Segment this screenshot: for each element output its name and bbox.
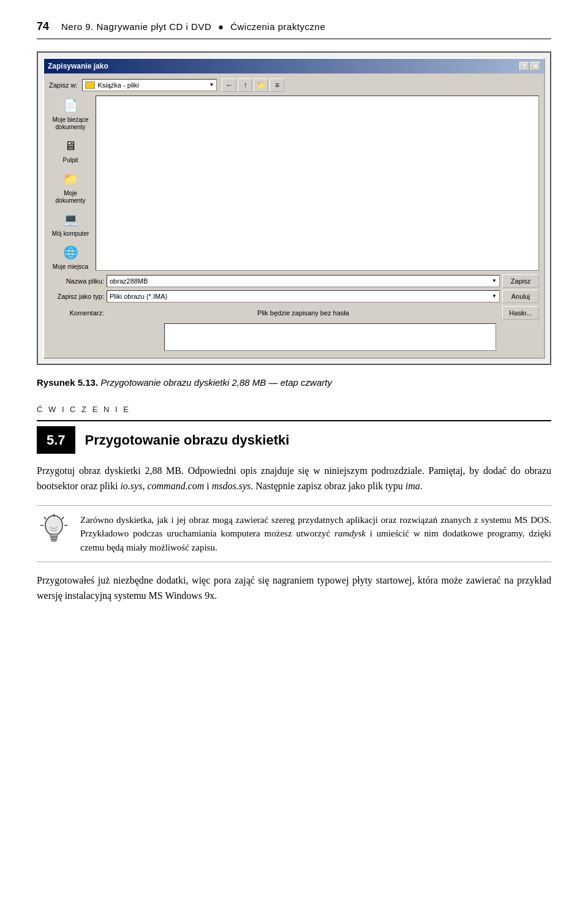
note-box: Zarówno dyskietka, jak i jej obraz mogą … bbox=[37, 505, 551, 563]
exercise-section-label: Ć W I C Z E N I E bbox=[37, 404, 551, 416]
filename-input[interactable]: obraz288MB ▼ bbox=[107, 275, 500, 287]
figure-container: Zapisywanie jako ? ✕ Zapisz w: Książka -… bbox=[37, 51, 551, 365]
my-places-label: Moje miejsca bbox=[53, 263, 88, 271]
my-computer-icon: 💻 bbox=[61, 209, 80, 229]
toolbar-row: Zapisz w: Książka - pliki ▼ ← ↑ 📁 ≡ bbox=[49, 78, 539, 92]
exercise-title: Przygotowanie obrazu dyskietki bbox=[75, 426, 551, 454]
page-number: 74 bbox=[37, 18, 49, 35]
help-button[interactable]: ? bbox=[519, 62, 529, 70]
comment-textarea[interactable] bbox=[164, 323, 496, 351]
comment-row: Komentarz: Plik będzie zapisany bez hasł… bbox=[49, 306, 539, 320]
savein-dropdown[interactable]: Książka - pliki ▼ bbox=[82, 79, 217, 92]
figure-caption: Rysunek 5.13. Przygotowanie obrazu dyski… bbox=[37, 376, 551, 390]
comment-area-wrapper bbox=[49, 321, 539, 353]
filename-value: obraz288MB bbox=[110, 276, 148, 287]
close-button[interactable]: ✕ bbox=[530, 62, 540, 70]
dropdown-arrow-icon: ▼ bbox=[209, 81, 214, 89]
filetype-row: Zapisz jako typ: Pliki obrazu (*.IMA) ▼ … bbox=[49, 290, 539, 303]
recent-docs-label: Moje bieżące dokumenty bbox=[51, 116, 91, 131]
svg-line-2 bbox=[44, 517, 46, 519]
filetype-value: Pliki obrazu (*.IMA) bbox=[110, 291, 167, 302]
figure-caption-text: Przygotowanie obrazu dyskietki 2,88 MB —… bbox=[100, 377, 332, 388]
dialog-body: Zapisz w: Książka - pliki ▼ ← ↑ 📁 ≡ bbox=[44, 73, 544, 358]
section-rule bbox=[37, 420, 551, 421]
my-docs-icon: 📁 bbox=[61, 169, 80, 189]
password-button[interactable]: Hasło... bbox=[502, 306, 539, 320]
titlebar-controls: ? ✕ bbox=[519, 62, 540, 70]
sidebar-item-my-docs[interactable]: 📁 Moje dokumenty bbox=[51, 169, 91, 205]
toolbar-buttons: ← ↑ 📁 ≡ bbox=[222, 78, 284, 92]
dialog-title: Zapisywanie jako bbox=[48, 61, 108, 72]
final-paragraph: Przygotowałeś już niezbędne dodatki, wię… bbox=[37, 573, 551, 604]
my-docs-label: Moje dokumenty bbox=[51, 190, 91, 205]
folder-icon bbox=[85, 81, 95, 89]
filename-row: Nazwa pliku: obraz288MB ▼ Zapisz bbox=[49, 274, 539, 288]
header-book-title: Nero 9. Nagrywanie płyt CD i DVD bbox=[61, 21, 211, 32]
comment-label: Komentarz: bbox=[49, 308, 104, 318]
sidebar-item-desktop[interactable]: 🖥 Pulpit bbox=[51, 136, 91, 164]
header-title: Nero 9. Nagrywanie płyt CD i DVD ● Ćwicz… bbox=[61, 20, 325, 34]
sidebar-item-my-places[interactable]: 🌐 Moje miejsca bbox=[51, 242, 91, 271]
sidebar-item-recent[interactable]: 📄 Moje bieżące dokumenty bbox=[51, 96, 91, 131]
new-folder-button[interactable]: 📁 bbox=[254, 78, 268, 92]
svg-rect-7 bbox=[51, 537, 57, 539]
page: 74 Nero 9. Nagrywanie płyt CD i DVD ● Ćw… bbox=[0, 0, 588, 637]
note-lightbulb-icon bbox=[37, 513, 70, 550]
header-subtitle: Ćwiczenia praktyczne bbox=[230, 21, 325, 32]
figure-label: Rysunek 5.13. bbox=[37, 377, 98, 388]
savein-label: Zapisz w: bbox=[49, 80, 77, 91]
savein-folder-name: Książka - pliki bbox=[97, 80, 138, 91]
exercise-section: Ć W I C Z E N I E 5.7 Przygotowanie obra… bbox=[37, 404, 551, 454]
svg-line-3 bbox=[62, 517, 64, 519]
comment-text: Plik będzie zapisany bez hasła bbox=[107, 308, 500, 318]
form-rows: Nazwa pliku: obraz288MB ▼ Zapisz Zapisz … bbox=[49, 274, 539, 320]
file-area[interactable] bbox=[96, 96, 539, 271]
header-bullet: ● bbox=[218, 21, 227, 32]
svg-rect-6 bbox=[50, 534, 58, 537]
body-paragraph-1: Przygotuj obraz dyskietki 2,88 MB. Odpow… bbox=[37, 464, 551, 494]
desktop-icon: 🖥 bbox=[61, 136, 80, 156]
exercise-number: 5.7 bbox=[37, 426, 75, 454]
view-button[interactable]: ≡ bbox=[270, 78, 284, 92]
exercise-title-row: 5.7 Przygotowanie obrazu dyskietki bbox=[37, 426, 551, 454]
dialog-main: 📄 Moje bieżące dokumenty 🖥 Pulpit 📁 Moje… bbox=[49, 96, 539, 271]
sidebar-item-my-computer[interactable]: 💻 Mój komputer bbox=[51, 209, 91, 238]
dialog-titlebar: Zapisywanie jako ? ✕ bbox=[44, 59, 544, 73]
save-button[interactable]: Zapisz bbox=[502, 274, 539, 288]
save-dialog[interactable]: Zapisywanie jako ? ✕ Zapisz w: Książka -… bbox=[43, 58, 545, 359]
filename-label: Nazwa pliku: bbox=[49, 276, 104, 287]
filetype-label: Zapisz jako typ: bbox=[49, 291, 104, 302]
filetype-dropdown-arrow-icon: ▼ bbox=[492, 293, 497, 300]
recent-docs-icon: 📄 bbox=[61, 96, 80, 115]
up-folder-button[interactable]: ↑ bbox=[238, 78, 252, 92]
my-computer-label: Mój komputer bbox=[52, 230, 89, 238]
svg-point-0 bbox=[45, 516, 62, 535]
back-button[interactable]: ← bbox=[222, 78, 236, 92]
dialog-sidebar: 📄 Moje bieżące dokumenty 🖥 Pulpit 📁 Moje… bbox=[49, 96, 92, 271]
my-places-icon: 🌐 bbox=[61, 242, 80, 262]
filetype-dropdown[interactable]: Pliki obrazu (*.IMA) ▼ bbox=[107, 290, 500, 303]
page-header: 74 Nero 9. Nagrywanie płyt CD i DVD ● Ćw… bbox=[37, 18, 551, 39]
cancel-button[interactable]: Anuluj bbox=[502, 290, 539, 303]
filename-dropdown-arrow-icon: ▼ bbox=[492, 277, 497, 285]
desktop-label: Pulpit bbox=[62, 157, 78, 164]
svg-rect-8 bbox=[51, 539, 56, 541]
note-text: Zarówno dyskietka, jak i jej obraz mogą … bbox=[80, 513, 551, 555]
